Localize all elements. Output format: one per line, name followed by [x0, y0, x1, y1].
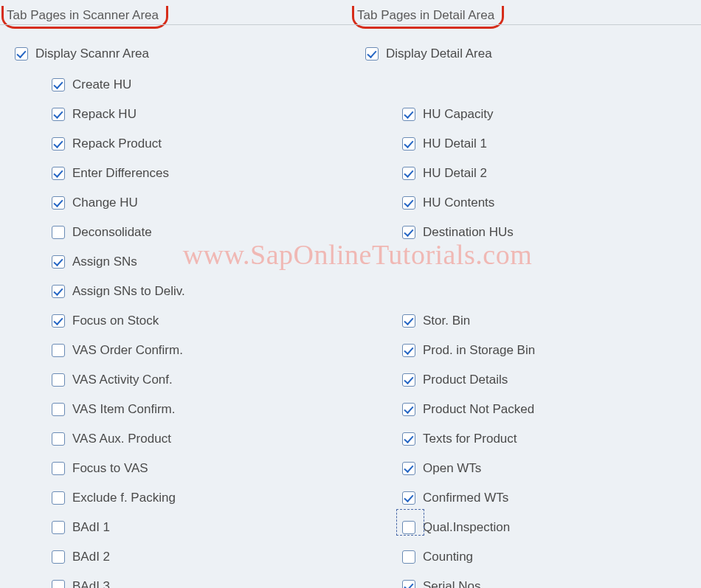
option-checkbox[interactable] [52, 432, 65, 446]
option-label: Serial Nos [423, 579, 480, 588]
option-row: Exclude f. Packing [52, 483, 350, 513]
option-row: Product Details [402, 365, 701, 395]
option-checkbox[interactable] [52, 344, 65, 357]
option-checkbox[interactable] [402, 491, 415, 505]
option-label: Product Not Packed [423, 402, 534, 417]
option-checkbox[interactable] [52, 580, 65, 588]
spacer [402, 70, 701, 100]
option-label: Change HU [72, 196, 138, 210]
option-checkbox[interactable] [52, 462, 65, 475]
option-row: Create HU [52, 70, 350, 100]
option-checkbox[interactable] [402, 314, 415, 328]
scanner-area-header: Tab Pages in Scanner Area [1, 6, 168, 29]
option-label: BAdI 1 [72, 520, 110, 535]
option-checkbox[interactable] [52, 226, 65, 239]
scanner-area-column: Tab Pages in Scanner Area Display Scannr… [0, 0, 350, 588]
option-label: Focus on Stock [72, 314, 159, 328]
option-row: Open WTs [402, 454, 701, 483]
option-label: BAdI 2 [72, 550, 110, 564]
option-row: Deconsolidate [52, 218, 350, 247]
option-label: HU Detail 2 [423, 166, 487, 181]
option-row: VAS Order Confirm. [52, 336, 350, 365]
option-label: Assign SNs [72, 255, 137, 269]
option-label: Enter Differences [72, 166, 169, 181]
option-checkbox[interactable] [402, 344, 415, 357]
option-row: Focus on Stock [52, 306, 350, 336]
option-checkbox[interactable] [52, 403, 65, 416]
option-row: HU Contents [402, 188, 701, 218]
display-detail-area-checkbox[interactable] [365, 47, 379, 60]
option-row: Assign SNs to Deliv. [52, 277, 350, 306]
option-row: Change HU [52, 188, 350, 218]
option-label: HU Detail 1 [423, 136, 487, 151]
option-checkbox[interactable] [52, 314, 65, 328]
option-row: Qual.Inspection [402, 513, 701, 542]
option-row: HU Detail 1 [402, 129, 701, 159]
option-checkbox[interactable] [402, 196, 415, 210]
option-label: HU Contents [423, 196, 494, 210]
spacer [402, 247, 701, 306]
option-row: Enter Differences [52, 159, 350, 188]
option-checkbox[interactable] [52, 108, 65, 121]
option-checkbox[interactable] [402, 521, 415, 534]
option-label: BAdI 3 [72, 579, 110, 588]
option-checkbox[interactable] [52, 167, 65, 180]
option-label: VAS Aux. Product [72, 432, 171, 446]
option-row: VAS Aux. Product [52, 424, 350, 454]
option-checkbox[interactable] [52, 196, 65, 210]
option-checkbox[interactable] [402, 108, 415, 121]
option-checkbox[interactable] [402, 580, 415, 588]
option-row: Focus to VAS [52, 454, 350, 483]
option-checkbox[interactable] [402, 432, 415, 446]
detail-area-column: Tab Pages in Detail Area Display Detail … [350, 0, 701, 588]
option-checkbox[interactable] [402, 550, 415, 564]
divider-line [0, 24, 701, 25]
option-checkbox[interactable] [402, 373, 415, 387]
option-row: Stor. Bin [402, 306, 701, 336]
option-checkbox[interactable] [52, 78, 65, 91]
option-row: Confirmed WTs [402, 483, 701, 513]
option-label: Prod. in Storage Bin [423, 343, 535, 358]
option-row: BAdI 3 [52, 572, 350, 588]
option-checkbox[interactable] [52, 550, 65, 564]
display-scanner-area-checkbox[interactable] [15, 47, 28, 60]
option-label: VAS Item Confirm. [72, 402, 176, 417]
option-label: Repack HU [72, 107, 137, 122]
option-row: Texts for Product [402, 424, 701, 454]
option-label: Create HU [72, 77, 131, 92]
option-label: Deconsolidate [72, 225, 152, 240]
option-row: Product Not Packed [402, 395, 701, 424]
option-checkbox[interactable] [402, 462, 415, 475]
option-label: Exclude f. Packing [72, 491, 176, 505]
option-row: BAdI 1 [52, 513, 350, 542]
option-label: Destination HUs [423, 225, 514, 240]
option-checkbox[interactable] [52, 373, 65, 387]
option-row: Prod. in Storage Bin [402, 336, 701, 365]
option-checkbox[interactable] [52, 137, 65, 151]
option-checkbox[interactable] [402, 137, 415, 151]
option-row: Counting [402, 542, 701, 572]
option-label: Repack Product [72, 136, 162, 151]
option-row: Assign SNs [52, 247, 350, 277]
display-detail-area-row: Display Detail Area [365, 39, 701, 69]
option-row: HU Detail 2 [402, 159, 701, 188]
option-label: Assign SNs to Deliv. [72, 284, 185, 299]
display-detail-area-label: Display Detail Area [386, 46, 492, 61]
option-checkbox[interactable] [402, 167, 415, 180]
option-label: HU Capacity [423, 107, 493, 122]
option-label: VAS Activity Conf. [72, 373, 173, 387]
option-checkbox[interactable] [402, 226, 415, 239]
detail-area-header: Tab Pages in Detail Area [352, 6, 504, 29]
option-label: VAS Order Confirm. [72, 343, 183, 358]
option-row: VAS Item Confirm. [52, 395, 350, 424]
option-row: Repack Product [52, 129, 350, 159]
option-checkbox[interactable] [52, 491, 65, 505]
option-row: BAdI 2 [52, 542, 350, 572]
option-checkbox[interactable] [52, 285, 65, 298]
option-row: Serial Nos [402, 572, 701, 588]
option-label: Qual.Inspection [423, 520, 510, 535]
option-checkbox[interactable] [52, 255, 65, 269]
option-checkbox[interactable] [52, 521, 65, 534]
option-checkbox[interactable] [402, 403, 415, 416]
option-label: Confirmed WTs [423, 491, 508, 505]
